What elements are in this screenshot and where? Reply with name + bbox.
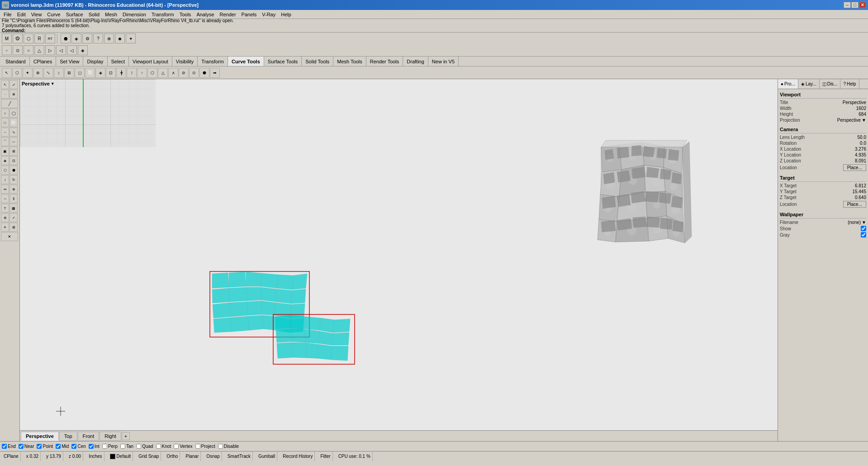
menu-view[interactable]: View (28, 11, 45, 18)
lp-fillet[interactable]: ⌒ (1, 137, 9, 146)
lp-sol1[interactable]: ⬡ (1, 166, 9, 175)
toolbar-btn-open[interactable]: ⭙ (13, 33, 23, 43)
menu-tools[interactable]: Tools (177, 11, 194, 18)
vp-tab-perspective[interactable]: Perspective (21, 432, 59, 441)
tab-curve-tools[interactable]: Curve Tools (228, 57, 264, 66)
osnap-cb-point[interactable] (37, 444, 42, 449)
menu-surface[interactable]: Surface (63, 11, 86, 18)
toolbar-btn-save[interactable]: ⬡ (24, 33, 33, 43)
rp-filename-dropdown[interactable]: (none) ▼ (848, 220, 866, 225)
ct-n[interactable]: ⬣ (199, 68, 209, 78)
lp-array[interactable]: ⊕ (9, 185, 18, 194)
tab-drafting[interactable]: Drafting (403, 57, 428, 66)
tb2-6[interactable]: ◁ (56, 45, 66, 55)
tb2-7[interactable]: ◁ (67, 45, 77, 55)
lp-circ2[interactable]: ◯ (9, 109, 18, 118)
vp-tab-plus[interactable]: + (122, 432, 130, 440)
osnap-cb-near[interactable] (19, 444, 24, 449)
sb-smarttrack[interactable]: SmartTrack (226, 452, 253, 461)
lp-pt1[interactable]: · (1, 90, 9, 99)
ct-scale[interactable]: ⤡ (43, 68, 53, 78)
lp-select[interactable]: ↖ (1, 80, 9, 89)
main-viewport[interactable]: Perspective ▼ (20, 79, 778, 430)
osnap-cb-vertex[interactable] (174, 444, 179, 449)
ct-d[interactable]: ◈ (95, 68, 105, 78)
menu-edit[interactable]: Edit (14, 11, 28, 18)
menu-file[interactable]: File (1, 11, 14, 18)
tab-transform[interactable]: Transform (198, 57, 228, 66)
tb2-2[interactable]: ⊙ (13, 45, 23, 55)
lp-mirror[interactable]: ⇔ (1, 185, 9, 194)
rp-gray-checkbox[interactable] (861, 232, 866, 238)
lp-sol2[interactable]: ⬣ (9, 166, 18, 175)
ct-l[interactable]: ⊘ (179, 68, 189, 78)
lp-analysis[interactable]: ⊚ (1, 213, 9, 222)
rp-tab-help[interactable]: ?Help (840, 79, 859, 89)
tab-viewport-layout[interactable]: Viewport Layout (129, 57, 172, 66)
menu-dimension[interactable]: Dimension (120, 11, 149, 18)
ct-scale2[interactable]: ↕ (54, 68, 64, 78)
rp-cam-place-btn[interactable]: Place... (843, 164, 866, 171)
ct-c[interactable]: ⬜ (85, 68, 95, 78)
tab-solid-tools[interactable]: Solid Tools (302, 57, 333, 66)
vp-tab-front[interactable]: Front (78, 432, 100, 441)
osnap-cb-end[interactable] (2, 444, 7, 449)
ct-g[interactable]: ⁞ (127, 68, 137, 78)
tab-display[interactable]: Display (83, 57, 107, 66)
lp-grp[interactable]: ⊞ (9, 223, 18, 232)
tab-mesh-tools[interactable]: Mesh Tools (333, 57, 366, 66)
lp-layer[interactable]: ≡ (1, 223, 9, 232)
sb-planar[interactable]: Planar (184, 452, 201, 461)
lp-line[interactable]: ╱ (1, 99, 18, 108)
ct-select[interactable]: ↖ (2, 68, 12, 78)
lp-crv1[interactable]: ~ (1, 128, 9, 137)
tab-render-tools[interactable]: Render Tools (366, 57, 403, 66)
menu-help[interactable]: Help (278, 11, 294, 18)
lp-dim2[interactable]: ⇕ (9, 194, 18, 203)
ct-pt[interactable]: ✦ (23, 68, 33, 78)
toolbar-btn-8[interactable]: ? (93, 33, 103, 43)
lp-sel2[interactable]: ⤢ (9, 80, 18, 89)
sb-grid-snap[interactable]: Grid Snap (137, 452, 161, 461)
toolbar-btn-r[interactable]: R (34, 33, 44, 43)
lp-trash[interactable]: ✕ (1, 232, 18, 241)
tab-select[interactable]: Select (108, 57, 129, 66)
toolbar-btn-7[interactable]: ⚙ (82, 33, 92, 43)
lp-srf1[interactable]: ▣ (1, 147, 9, 156)
osnap-cb-perp[interactable] (102, 444, 107, 449)
toolbar-btn-10[interactable]: ☻ (115, 33, 125, 43)
lp-move[interactable]: ↕ (1, 175, 9, 184)
sb-gumball[interactable]: Gumball (256, 452, 277, 461)
lp-text[interactable]: T (1, 204, 9, 213)
osnap-cb-int[interactable] (89, 444, 94, 449)
sb-filter[interactable]: Filter (318, 452, 332, 461)
rp-tab-lay[interactable]: ◈Lay... (798, 79, 820, 89)
ct-k[interactable]: ∧ (168, 68, 178, 78)
menu-v-ray[interactable]: V-Ray (259, 11, 278, 18)
rp-tgt-place-btn[interactable]: Place... (843, 201, 866, 208)
osnap-cb-project[interactable] (195, 444, 200, 449)
rp-tab-pro[interactable]: ●Pro... (778, 79, 798, 89)
toolbar-btn-rt[interactable]: RT (45, 33, 55, 43)
minimize-button[interactable]: ─ (844, 2, 851, 8)
titlebar-buttons[interactable]: ─ □ ✕ (844, 2, 866, 8)
tb2-5[interactable]: ▷ (45, 45, 55, 55)
menu-analyse[interactable]: Analyse (194, 11, 217, 18)
tb2-1[interactable]: ◦ (2, 45, 12, 55)
sb-osnap[interactable]: Osnap (204, 452, 222, 461)
osnap-cb-cen[interactable] (71, 444, 76, 449)
lp-srf3[interactable]: ◈ (1, 156, 9, 165)
lp-rect1[interactable]: □ (1, 118, 9, 127)
tb2-8[interactable]: ◈ (78, 45, 88, 55)
ct-snap[interactable]: ⊕ (33, 68, 43, 78)
viewport-area[interactable]: Perspective ▼ (20, 79, 778, 441)
ct-f[interactable]: ╋ (116, 68, 126, 78)
lp-fillet2[interactable]: ⌓ (9, 137, 18, 146)
menu-render[interactable]: Render (217, 11, 239, 18)
menu-panels[interactable]: Panels (239, 11, 260, 18)
tab-visibility[interactable]: Visibility (172, 57, 198, 66)
lp-srf4[interactable]: ⊡ (9, 156, 18, 165)
restore-button[interactable]: □ (851, 2, 859, 8)
tab-surface-tools[interactable]: Surface Tools (264, 57, 302, 66)
vp-tab-top[interactable]: Top (59, 432, 77, 441)
